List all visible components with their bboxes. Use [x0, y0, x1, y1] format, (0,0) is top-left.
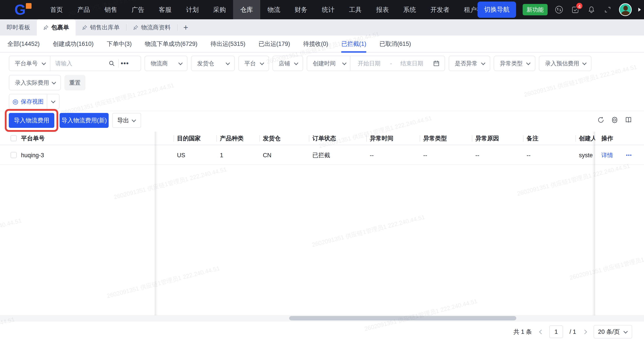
tab-1[interactable]: 包裹单 — [37, 19, 76, 36]
date-range-separator: - — [388, 60, 394, 67]
nav-item-1[interactable]: 产品 — [70, 0, 97, 19]
watermark-text: 2602091351 供应链1管理员1 222.240.44.51 — [516, 162, 631, 198]
fullscreen-icon[interactable] — [603, 5, 612, 15]
app-logo-icon[interactable]: G — [12, 0, 43, 19]
nav-item-9[interactable]: 财务 — [288, 0, 314, 19]
cell-platform-no: huqing-3 — [21, 146, 44, 165]
actual-fee-select[interactable]: 录入实际费用 — [9, 75, 61, 90]
transfer-icon[interactable] — [554, 5, 564, 15]
estimated-fee-label: 录入预估费用 — [545, 60, 579, 67]
next-page-icon[interactable] — [583, 330, 587, 334]
row-checkbox[interactable] — [10, 152, 17, 158]
nav-item-14[interactable]: 开发者 — [423, 0, 457, 19]
chevron-down-icon — [624, 330, 628, 334]
column-header-2[interactable]: 发货仓 — [263, 132, 280, 145]
status-tab-5[interactable]: 已出运(179) — [258, 36, 290, 52]
gear-icon[interactable] — [611, 116, 619, 124]
abnormal-type-select[interactable]: 异常类型 — [494, 56, 535, 71]
status-tab-4[interactable]: 待出运(5315) — [210, 36, 245, 52]
column-header-0[interactable]: 目的国家 — [177, 132, 201, 145]
save-view-button[interactable]: ◎ 保存视图 — [9, 94, 47, 109]
export-button[interactable]: 导出 — [112, 113, 141, 128]
search-icon[interactable] — [105, 60, 118, 67]
nav-item-5[interactable]: 计划 — [179, 0, 206, 19]
column-header-4[interactable]: 异常时间 — [370, 132, 394, 145]
nav-item-4[interactable]: 客服 — [152, 0, 179, 19]
status-tab-6[interactable]: 待揽收(0) — [303, 36, 328, 52]
collapse-arrow-icon[interactable] — [638, 8, 641, 12]
table-row[interactable]: huqing-3 US1CN已拦截--------syste 详情 ⋯ — [0, 146, 644, 165]
detail-link[interactable]: 详情 — [601, 146, 613, 165]
status-tab-8[interactable]: 已取消(615) — [380, 36, 411, 52]
task-check-icon[interactable]: 4 — [570, 5, 580, 15]
search-field-label: 平台单号 — [15, 60, 38, 67]
end-date-input[interactable]: 结束日期 — [394, 60, 429, 67]
cell-6: -- — [475, 146, 479, 165]
column-header-3[interactable]: 订单状态 — [312, 132, 336, 145]
column-header-1[interactable]: 产品种类 — [220, 132, 244, 145]
tab-2[interactable]: 销售出库单 — [76, 19, 126, 36]
search-input[interactable] — [50, 60, 105, 67]
switch-navigation-button[interactable]: 切换导航 — [478, 2, 516, 18]
abnormal-select[interactable]: 是否异常 — [448, 56, 490, 71]
warehouse-select[interactable]: 发货仓 — [191, 56, 235, 71]
column-header-7[interactable]: 备注 — [526, 132, 538, 145]
status-tab-0[interactable]: 全部(14452) — [8, 36, 40, 52]
current-page-input[interactable]: 1 — [549, 325, 563, 338]
column-settings-icon[interactable] — [625, 116, 632, 124]
column-header-5[interactable]: 异常类型 — [423, 132, 447, 145]
nav-item-0[interactable]: 首页 — [43, 0, 70, 19]
add-tab-button[interactable]: + — [178, 23, 194, 32]
logistics-provider-select[interactable]: 物流商 — [144, 56, 188, 71]
select-all-checkbox[interactable] — [10, 135, 17, 141]
nav-item-6[interactable]: 采购 — [206, 0, 233, 19]
nav-item-12[interactable]: 报表 — [369, 0, 396, 19]
page-size-select[interactable]: 20 条/页 — [594, 325, 632, 338]
new-feature-button[interactable]: 新功能 — [523, 4, 548, 15]
start-date-input[interactable]: 开始日期 — [350, 60, 388, 67]
tab-3[interactable]: 物流商资料 — [126, 19, 177, 36]
tab-0[interactable]: 即时看板 — [0, 19, 37, 36]
nav-item-8[interactable]: 物流 — [260, 0, 288, 19]
platform-select[interactable]: 平台 — [238, 56, 269, 71]
refresh-icon[interactable] — [597, 116, 605, 124]
nav-item-10[interactable]: 统计 — [314, 0, 342, 19]
more-search-options-icon[interactable]: ••• — [119, 60, 131, 67]
status-tab-1[interactable]: 创建成功(1610) — [53, 36, 94, 52]
calendar-icon[interactable] — [429, 60, 443, 67]
search-field-select[interactable]: 平台单号 — [9, 56, 50, 71]
status-tab-3[interactable]: 物流下单成功(6729) — [145, 36, 197, 52]
row-more-actions-icon[interactable]: ⋯ — [626, 146, 632, 165]
pin-icon — [133, 25, 138, 30]
nav-item-2[interactable]: 销售 — [97, 0, 124, 19]
actual-fee-label: 录入实际费用 — [15, 79, 49, 87]
avatar[interactable] — [619, 3, 632, 16]
frozen-left-shadow — [155, 132, 158, 315]
nav-item-13[interactable]: 系统 — [396, 0, 423, 19]
prev-page-icon[interactable] — [538, 330, 543, 334]
horizontal-scrollbar-thumb[interactable] — [289, 316, 516, 320]
status-tab-2[interactable]: 下单中(3) — [107, 36, 132, 52]
nav-item-3[interactable]: 广告 — [124, 0, 152, 19]
nav-item-11[interactable]: 工具 — [342, 0, 369, 19]
store-select[interactable]: 店铺 — [272, 56, 303, 71]
status-tab-7[interactable]: 已拦截(1) — [341, 36, 366, 52]
reset-button[interactable]: 重置 — [64, 75, 86, 90]
cell-7: -- — [526, 146, 530, 165]
estimated-fee-select[interactable]: 录入预估费用 — [539, 56, 592, 71]
warehouse-label: 发货仓 — [197, 60, 214, 67]
import-logistics-fee-new-button[interactable]: 导入物流费用(新) — [60, 113, 109, 128]
export-label: 导出 — [117, 116, 129, 124]
nav-item-7[interactable]: 仓库 — [233, 0, 260, 19]
column-header-6[interactable]: 异常原因 — [475, 132, 499, 145]
bell-icon[interactable] — [586, 5, 596, 15]
import-logistics-fee-button[interactable]: 导入物流费用 — [9, 113, 54, 128]
chevron-down-icon — [294, 61, 298, 66]
chevron-down-icon — [582, 61, 586, 66]
date-field-select[interactable]: 创建时间 — [307, 56, 350, 71]
column-header-platform-no[interactable]: 平台单号 — [21, 132, 45, 145]
pin-icon — [82, 25, 88, 30]
save-view-dropdown[interactable] — [47, 99, 59, 104]
horizontal-scrollbar-track[interactable] — [0, 315, 644, 321]
watermark-text: 2602091351 供应链1管理员1 222.240.44.51 — [569, 246, 644, 282]
